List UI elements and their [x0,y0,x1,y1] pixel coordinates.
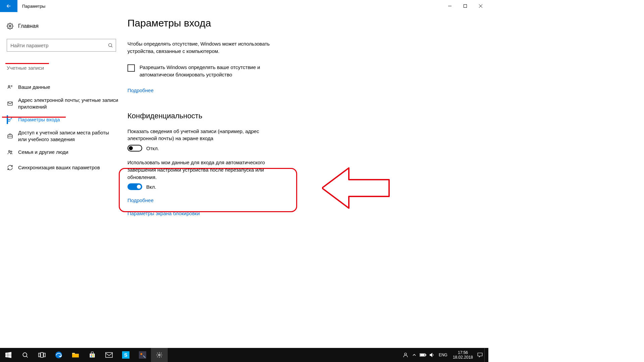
annotation-highlight-box [119,168,297,212]
sidebar-item-family[interactable]: Семья и другие люди [7,144,127,160]
sidebar-item-label: Адрес электронной почты; учетные записи … [18,97,119,110]
presence-description: Чтобы определять отсутствие, Windows мож… [127,40,292,55]
svg-point-7 [8,85,10,87]
search-icon [108,43,113,48]
svg-rect-1 [464,5,467,8]
arrow-left-icon [6,3,12,9]
privacy-heading: Конфиденциальность [127,112,335,120]
titlebar: Параметры [0,0,488,12]
sidebar-item-label: Семья и другие люди [18,149,68,156]
sidebar: Главная Учетные записи Ваши данные Адрес… [0,12,127,259]
sidebar-item-label: Ваши данные [18,84,50,90]
search-input[interactable] [10,43,108,48]
svg-point-5 [109,44,112,47]
gear-icon [7,23,13,29]
app-title: Параметры [22,4,45,9]
sidebar-item-label: Синхронизация ваших параметров [18,164,100,171]
annotation-arrow [322,166,396,210]
back-button[interactable] [0,0,17,12]
allow-lock-checkbox[interactable] [127,64,135,72]
briefcase-icon [7,133,13,139]
svg-line-6 [111,46,112,47]
svg-rect-10 [8,102,12,105]
sidebar-item-work-school[interactable]: Доступ к учетной записи места работы или… [7,127,127,144]
privacy-account-info-desc: Показать сведения об учетной записи (нап… [127,128,275,142]
sidebar-category: Учетные записи [7,65,127,71]
svg-point-4 [9,25,11,27]
content-area: Параметры входа Чтобы определять отсутст… [127,12,488,259]
minimize-button[interactable] [442,0,458,12]
mail-icon [7,100,13,107]
sidebar-item-label: Доступ к учетной записи места работы или… [18,129,119,142]
sidebar-item-your-info[interactable]: Ваши данные [7,79,127,95]
sync-icon [7,164,13,171]
annotation-underline [5,63,49,64]
sidebar-item-email-accounts[interactable]: Адрес электронной почты; учетные записи … [7,95,127,112]
page-title: Параметры входа [127,17,335,29]
annotation-underline [2,117,66,118]
sidebar-item-signin-options[interactable]: Параметры входа [7,112,127,127]
svg-point-13 [9,150,10,152]
maximize-button[interactable] [458,0,473,12]
learn-more-link[interactable]: Подробнее [127,87,154,93]
people-icon [7,149,13,156]
close-button[interactable] [473,0,488,12]
sidebar-item-sync[interactable]: Синхронизация ваших параметров [7,160,127,175]
sidebar-nav: Ваши данные Адрес электронной почты; уче… [7,79,127,175]
sidebar-home[interactable]: Главная [7,19,127,33]
allow-lock-checkbox-row: Разрешить Windows определять ваше отсутс… [127,64,335,79]
person-card-icon [7,84,13,90]
svg-point-14 [11,151,12,153]
toggle-show-account-info[interactable] [127,145,142,152]
toggle-show-account-info-state: Откл. [146,145,159,151]
window-controls [442,0,488,12]
allow-lock-checkbox-label: Разрешить Windows определять ваше отсутс… [140,64,280,79]
search-box[interactable] [7,39,116,52]
sidebar-home-label: Главная [18,23,39,29]
privacy-account-info-block: Показать сведения об учетной записи (нап… [127,128,335,152]
